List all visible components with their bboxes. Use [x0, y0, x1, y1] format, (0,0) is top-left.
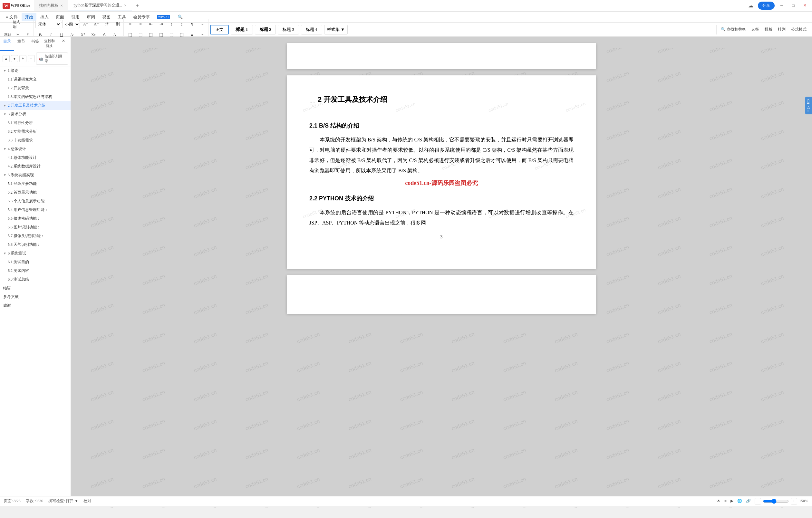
more-paragraph-button[interactable]: ⋯: [198, 19, 207, 29]
sidebar-tab-bookmark[interactable]: 书签: [28, 37, 42, 51]
toc-item-5-7[interactable]: 5.7 摄像头识别功能：: [0, 232, 70, 240]
sidebar-tab-chapter[interactable]: 章节: [14, 37, 28, 51]
paragraph-marks-button[interactable]: ¶: [187, 19, 197, 29]
toc-item-6-3[interactable]: 6.3 测试总结: [0, 275, 70, 284]
toc-item-4-2[interactable]: 4.2 系统数据库设计: [0, 162, 70, 171]
line-spacing-button[interactable]: ↕: [167, 19, 176, 29]
sidebar-tab-find[interactable]: 查找和替换: [42, 37, 56, 51]
tab-document[interactable]: python基于深度学习的交通... ✕: [68, 0, 132, 11]
page-info: 页面: 8/25: [4, 498, 21, 504]
view-icon-play[interactable]: ▶: [730, 499, 733, 504]
clear-format-button[interactable]: 清: [102, 19, 112, 29]
toc-item-4-1[interactable]: 4.1 总体功能设计: [0, 153, 70, 162]
toc-item-1-3[interactable]: 1.3 本文的研究思路与结构: [0, 92, 70, 101]
word-count: 字数: 9536: [26, 498, 43, 504]
toc-add-button[interactable]: +: [19, 55, 26, 62]
chapter-title: 2 开发工具及技术介绍: [318, 95, 387, 104]
view-icon-web[interactable]: 🌐: [737, 499, 742, 504]
main-layout: 目录 章节 书签 查找和替换 ✕ ▲ ▼ + − 🤖 智能识别目录 ▼ 1 绪论…: [0, 37, 812, 496]
toc-item-6-2[interactable]: 6.2 测试内容: [0, 266, 70, 275]
tab-add-button[interactable]: +: [132, 3, 143, 9]
select-button[interactable]: 选择: [749, 25, 762, 34]
toc-item-1[interactable]: ▼ 1 绪论: [0, 66, 70, 75]
section-21-para1: 本系统的开发框架为 B/S 架构，与传统的 C/S 架构相比，它不需要繁琐的安装…: [309, 135, 574, 176]
drag-handle[interactable]: ⠿⠿: [309, 102, 315, 107]
indent-increase-button[interactable]: ⇥: [156, 19, 166, 29]
tab-templates[interactable]: 找稻壳模板 ✕: [34, 0, 68, 11]
zoom-out-button[interactable]: −: [755, 498, 761, 505]
list-unordered-button[interactable]: ≡: [125, 19, 135, 29]
cloud-button[interactable]: ☁: [746, 1, 755, 10]
toc-item-references[interactable]: 参考文献: [0, 293, 70, 301]
zoom-in-button[interactable]: +: [791, 498, 797, 505]
arrange-button[interactable]: 排版: [762, 25, 775, 34]
view-icon-list[interactable]: ≡: [724, 499, 727, 504]
toc-item-5-1[interactable]: 5.1 登录注册功能: [0, 179, 70, 188]
toc-item-5-6[interactable]: 5.6 图片识别功能：: [0, 223, 70, 232]
sidebar-controls: ▲ ▼ + − 🤖 智能识别目录: [0, 51, 70, 66]
toc-item-conclusion[interactable]: 结语: [0, 284, 70, 293]
toc-item-3-2[interactable]: 3.2 功能需求分析: [0, 127, 70, 136]
toc-item-5-5[interactable]: 5.5 修改密码功能：: [0, 214, 70, 223]
tab-close-document[interactable]: ✕: [124, 4, 127, 7]
strikethrough-button[interactable]: 删: [113, 19, 122, 29]
list-ordered-button[interactable]: ≡: [136, 19, 145, 29]
toc-item-5-3[interactable]: 5.3 个人信息展示功能: [0, 197, 70, 206]
view-icon-read[interactable]: 👁: [717, 499, 721, 504]
zoom-control: − + 150%: [755, 498, 808, 505]
spell-check[interactable]: 拼写检查: 打开 ▼: [48, 498, 78, 504]
formula-button[interactable]: 公式模式: [788, 25, 809, 34]
chapter-title-row: ⠿⠿ 2 开发工具及技术介绍: [309, 95, 574, 114]
ai-detect-toc-button[interactable]: 🤖 智能识别目录: [36, 53, 68, 65]
toc-item-1-2[interactable]: 1.2 开发背景: [0, 84, 70, 92]
style-h4-button[interactable]: 标题 4: [301, 25, 322, 34]
find-replace-button[interactable]: 🔍 查找和替换: [718, 25, 749, 34]
close-button[interactable]: ✕: [801, 2, 809, 9]
right-panel-hint[interactable]: CH △ ↕: [805, 97, 812, 114]
font-family-select[interactable]: 宋体: [35, 20, 61, 28]
sidebar-tab-toc[interactable]: 目录: [0, 37, 14, 51]
toc-item-5-8[interactable]: 5.8 天气识别功能：: [0, 240, 70, 249]
toc-expand-button[interactable]: ▼: [11, 55, 18, 62]
styles-group: 正文 标题 1 标题 2 标题 3 标题 4 样式集 ▼: [209, 25, 717, 34]
toc-item-3[interactable]: ▼ 3 需求分析: [0, 110, 70, 119]
style-h3-button[interactable]: 标题 3: [278, 25, 299, 34]
minimize-button[interactable]: ─: [777, 2, 786, 9]
share-button[interactable]: 分享: [758, 2, 775, 10]
copyright-notice: code51.cn-源码乐园盗图必究: [309, 179, 574, 187]
toc-item-6[interactable]: ▼ 6 系统测试: [0, 249, 70, 258]
increase-font-button[interactable]: A⁺: [81, 19, 91, 29]
document-page-bottom: [287, 43, 596, 69]
style-h1-button[interactable]: 标题 1: [231, 25, 253, 34]
style-h2-button[interactable]: 标题 2: [255, 25, 276, 34]
compare-status[interactable]: 校对: [83, 498, 91, 504]
style-normal-button[interactable]: 正文: [210, 25, 229, 34]
indent-decrease-button[interactable]: ⇤: [146, 19, 156, 29]
sidebar-tab-close[interactable]: ✕: [56, 37, 70, 51]
toc-item-5-4[interactable]: 5.4 用户信息管理功能：: [0, 206, 70, 214]
sort-button[interactable]: ↨: [177, 19, 186, 29]
font-size-select[interactable]: 小四: [62, 20, 80, 28]
view-icon-link[interactable]: 🔗: [746, 499, 751, 504]
toc-collapse-button[interactable]: ▲: [3, 55, 10, 62]
toc-item-acknowledgement[interactable]: 致谢: [0, 301, 70, 310]
maximize-button[interactable]: □: [789, 2, 798, 9]
toc-item-5-2[interactable]: 5.2 首页展示功能: [0, 188, 70, 197]
format-brush-button[interactable]: 格式刷: [13, 20, 23, 29]
toc-item-2[interactable]: ▼ 2 开发工具及技术介绍: [0, 101, 70, 110]
document-area[interactable]: // Generate watermarks const wl = docume…: [71, 37, 812, 496]
toc-item-3-1[interactable]: 3.1 可行性分析: [0, 119, 70, 127]
toc-item-1-1[interactable]: 1.1 课题研究意义: [0, 75, 70, 84]
style-set-dropdown[interactable]: 样式集 ▼: [324, 25, 348, 34]
toc-item-5[interactable]: ▼ 5 系统功能实现: [0, 171, 70, 179]
sidebar-toc-content: ▼ 1 绪论 1.1 课题研究意义 1.2 开发背景 1.3 本文的研究思路与结…: [0, 66, 70, 496]
zoom-slider[interactable]: [763, 499, 789, 504]
compare-button[interactable]: 排列: [775, 25, 788, 34]
toc-item-3-3[interactable]: 3.3 非功能需求: [0, 136, 70, 145]
toc-remove-button[interactable]: −: [28, 55, 35, 62]
toc-item-6-1[interactable]: 6.1 测试目的: [0, 258, 70, 266]
toc-item-4[interactable]: ▼ 4 总体设计: [0, 145, 70, 153]
decrease-font-button[interactable]: A⁻: [91, 19, 101, 29]
title-bar-right: ☁ 分享 ─ □ ✕: [746, 1, 809, 10]
tab-close-templates[interactable]: ✕: [60, 4, 63, 7]
